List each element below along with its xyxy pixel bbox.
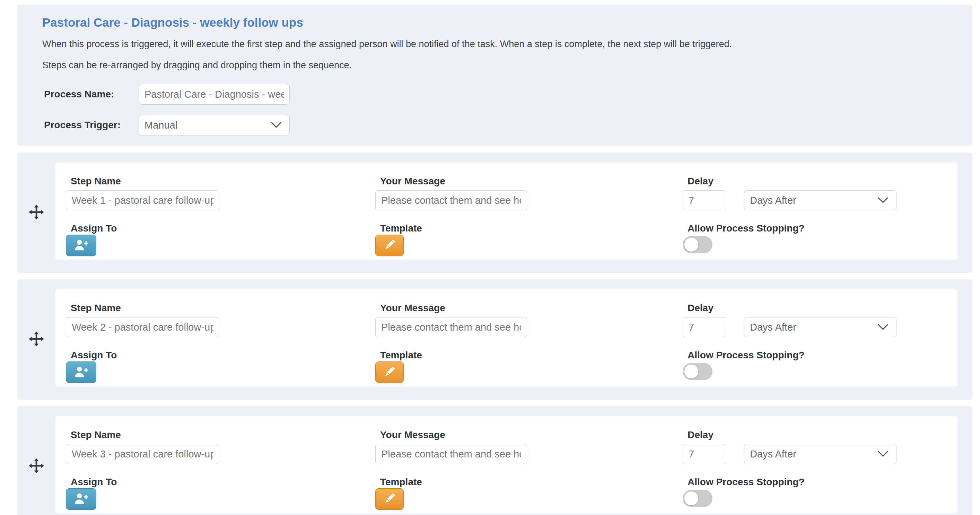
step-name-label: Step Name [71,303,375,313]
step-row-3: Step Name Assign To Your Message [18,406,972,515]
page: Pastoral Care - Diagnosis - weekly follo… [0,0,980,515]
delay-unit-wrap: Days After [744,190,896,210]
move-icon [29,331,45,348]
delay-input[interactable] [682,190,726,210]
toggle-knob [684,365,698,378]
step-card-column-message: Your Message Template [375,176,682,259]
step-card: Step Name Assign To Your Message [56,416,958,513]
user-plus-icon [73,366,89,379]
template-edit-button[interactable] [375,361,404,383]
step-card-column-delay: Delay Days After A [682,303,943,386]
process-trigger-select[interactable]: Manual [138,115,290,135]
your-message-input[interactable] [375,317,527,337]
process-name-row: Process Name: [42,84,947,105]
step-card-column-message: Your Message Template [375,430,682,513]
pencil-icon [383,492,396,506]
allow-stopping-toggle[interactable] [682,236,713,253]
delay-label: Delay [687,303,943,313]
step-name-input[interactable] [66,317,220,337]
your-message-input[interactable] [375,190,527,210]
toggle-knob [684,491,698,505]
assign-to-button[interactable] [66,361,96,383]
allow-stopping-toggle[interactable] [682,363,713,380]
reorder-hint: Steps can be re-arranged by dragging and… [42,60,947,71]
delay-unit-select[interactable]: Days After [744,444,896,464]
step-card: Step Name Assign To Your Message [56,289,958,386]
process-name-input[interactable] [138,84,290,105]
assign-to-label: Assign To [71,224,375,233]
your-message-label: Your Message [380,430,682,440]
assign-to-label: Assign To [71,477,375,487]
delay-label: Delay [687,430,943,440]
template-label: Template [380,224,682,233]
pencil-icon [383,238,396,253]
template-label: Template [380,350,682,360]
step-card-column-name: Step Name Assign To [66,430,375,513]
move-icon [29,458,45,475]
step-card-column-delay: Delay Days After A [682,176,943,259]
delay-input[interactable] [682,444,726,464]
step-name-label: Step Name [71,430,375,440]
allow-stopping-toggle[interactable] [682,490,713,507]
drag-handle[interactable] [18,406,56,515]
move-icon [29,204,45,221]
assign-to-button[interactable] [66,488,96,510]
step-card: Step Name Assign To Your Message [56,162,958,259]
process-header-panel: Pastoral Care - Diagnosis - weekly follo… [18,5,972,146]
page-title: Pastoral Care - Diagnosis - weekly follo… [42,15,947,30]
your-message-label: Your Message [380,303,682,313]
delay-label: Delay [687,176,943,186]
delay-input[interactable] [682,317,726,337]
delay-unit-select[interactable]: Days After [744,190,896,210]
template-edit-button[interactable] [375,235,404,256]
step-name-input[interactable] [66,190,220,210]
step-card-column-name: Step Name Assign To [66,303,375,386]
process-trigger-label: Process Trigger: [42,119,138,131]
step-card-column-name: Step Name Assign To [66,176,375,259]
step-name-input[interactable] [66,444,220,464]
step-row-2: Step Name Assign To Your Message [18,279,972,400]
pencil-icon [383,365,396,380]
toggle-knob [684,238,698,252]
your-message-input[interactable] [375,444,527,464]
user-plus-icon [73,493,89,506]
drag-handle[interactable] [18,279,56,400]
delay-unit-wrap: Days After [744,444,896,464]
user-plus-icon [73,239,89,252]
step-name-label: Step Name [71,176,375,186]
allow-stopping-label: Allow Process Stopping? [687,350,943,360]
assign-to-button[interactable] [66,235,96,256]
delay-unit-select[interactable]: Days After [744,317,896,337]
process-name-label: Process Name: [42,89,138,100]
drag-handle[interactable] [18,153,56,273]
step-row-1: Step Name Assign To Your Message [18,153,972,273]
allow-stopping-label: Allow Process Stopping? [687,477,943,487]
process-description: When this process is triggered, it will … [42,38,947,49]
process-trigger-select-wrap: Manual [138,115,290,135]
assign-to-label: Assign To [71,350,375,360]
template-label: Template [380,477,682,487]
template-edit-button[interactable] [375,488,404,510]
step-card-column-message: Your Message Template [375,303,682,386]
your-message-label: Your Message [380,176,682,186]
delay-unit-wrap: Days After [744,317,896,337]
process-trigger-row: Process Trigger: Manual [42,115,947,135]
allow-stopping-label: Allow Process Stopping? [687,224,943,233]
step-card-column-delay: Delay Days After A [682,430,943,513]
